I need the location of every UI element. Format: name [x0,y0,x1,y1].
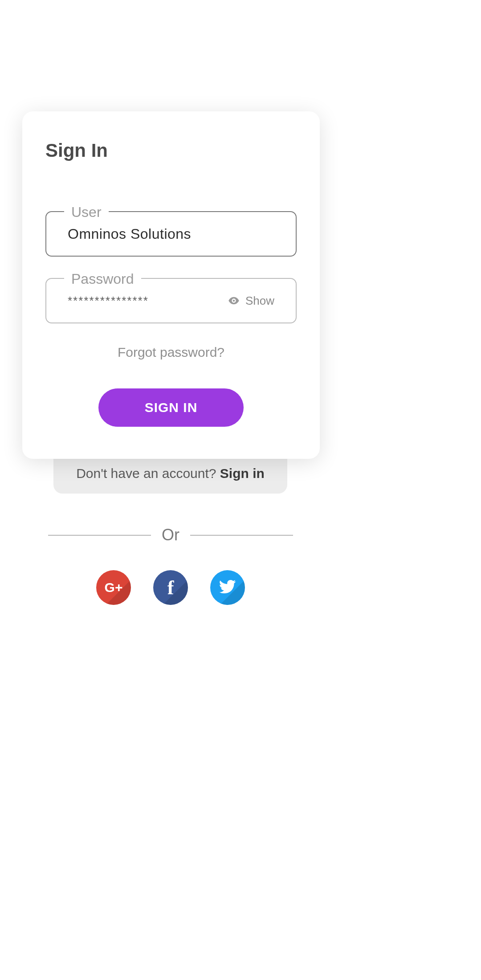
signin-button[interactable]: SIGN IN [98,388,244,427]
user-label: User [64,204,109,220]
user-input[interactable] [68,226,274,242]
icon-shadow-decor [163,580,188,605]
user-field[interactable]: User [45,211,297,257]
eye-icon [228,294,240,307]
twitter-signin-button[interactable] [210,570,245,605]
or-divider: Or [48,526,293,544]
signin-card: Sign In User Password *************** Sh… [22,111,320,459]
divider-line-left [48,535,151,535]
password-field[interactable]: Password *************** Show [45,278,297,323]
signup-action-link[interactable]: Sign in [220,466,265,481]
social-row: G+ f [48,570,293,605]
divider-line-right [190,535,293,535]
show-label: Show [245,294,274,308]
google-signin-button[interactable]: G+ [96,570,131,605]
show-password-toggle[interactable]: Show [228,294,274,308]
page-title: Sign In [45,140,297,161]
password-label: Password [64,271,141,287]
facebook-signin-button[interactable]: f [153,570,188,605]
password-mask: *************** [68,294,228,308]
forgot-password-link[interactable]: Forgot password? [45,345,297,360]
signup-prompt: Don't have an account? [76,466,220,481]
or-label: Or [162,526,179,544]
signup-text: Don't have an account? Sign in [76,466,265,481]
